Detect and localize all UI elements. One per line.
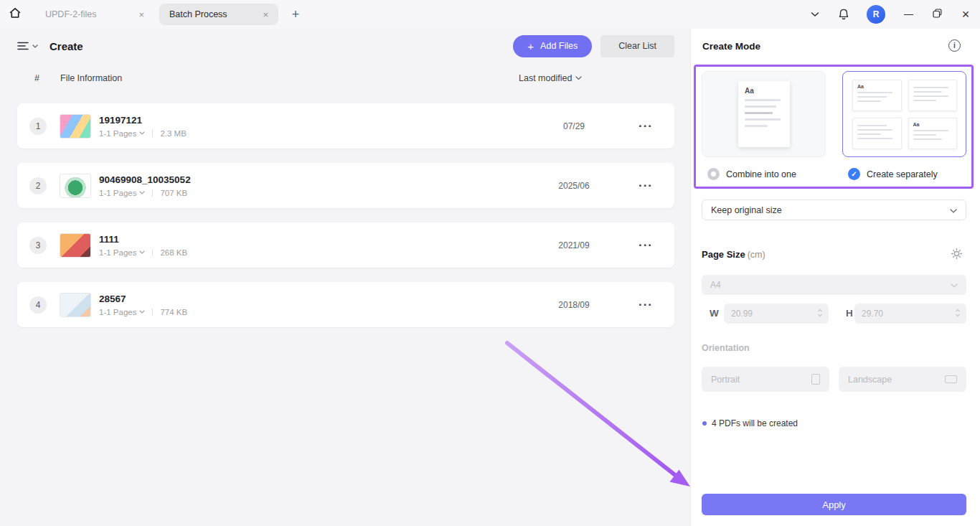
option-label: Combine into one (726, 169, 796, 179)
chevron-down-icon (139, 250, 145, 254)
file-thumbnail (60, 293, 91, 317)
chevron-down-icon (139, 191, 145, 194)
chevron-down-icon (950, 205, 957, 215)
annotation-highlight-box: Aa Aa Aa Combine into one ✓ Create separ… (694, 65, 974, 189)
status-message: 4 PDFs will be created (702, 418, 798, 428)
file-list-area: Create + Add Files Clear List # File Inf… (0, 29, 690, 526)
divider (152, 309, 153, 316)
page-size-label: Page Size(cm) (702, 249, 765, 260)
chevron-down-icon (139, 310, 145, 314)
combine-into-one-option[interactable]: Combine into one (707, 168, 796, 180)
document-preview: Aa (738, 81, 790, 147)
file-size: 707 KB (160, 189, 187, 197)
hamburger-icon (17, 42, 29, 50)
home-button[interactable] (0, 0, 30, 29)
file-row[interactable]: 3 1111 1-1 Pages 268 KB 2021/09 ··· (17, 222, 674, 268)
create-separately-option[interactable]: ✓ Create separately (848, 168, 938, 180)
portrait-page-icon (811, 374, 820, 385)
column-last-modified[interactable]: Last modified (519, 73, 582, 83)
last-modified-value: 07/29 (531, 121, 617, 131)
width-label: W (710, 308, 719, 319)
file-row[interactable]: 2 90469908_10035052 1-1 Pages 707 KB 202… (17, 163, 674, 208)
new-tab-button[interactable]: + (288, 7, 303, 22)
file-row[interactable]: 4 28567 1-1 Pages 774 KB 2018/09 ··· (17, 282, 674, 327)
file-row[interactable]: 1 19197121 1-1 Pages 2.3 MB 07/29 ··· (17, 103, 674, 149)
minimize-icon (904, 14, 913, 15)
tab-label: Batch Process (169, 9, 227, 19)
row-menu-button[interactable]: ··· (617, 179, 674, 193)
app-window: UPDF-2-files × Batch Process × + R × (0, 0, 980, 526)
file-size: 774 KB (160, 308, 187, 316)
add-files-button[interactable]: + Add Files (513, 35, 592, 57)
restore-icon (933, 8, 942, 21)
row-number-badge: 1 (29, 118, 47, 135)
pages-dropdown[interactable]: 1-1 Pages (99, 129, 145, 138)
row-number-badge: 3 (29, 237, 47, 254)
height-field-disabled: 29.70 (854, 304, 966, 324)
file-name: 28567 (99, 293, 187, 304)
close-window-button[interactable]: × (960, 8, 971, 21)
page-size-unit: (cm) (748, 250, 765, 260)
create-separately-card[interactable]: Aa Aa (842, 71, 966, 157)
panel-title: Create Mode (702, 41, 760, 52)
info-icon[interactable]: i (948, 39, 961, 52)
divider (152, 189, 153, 197)
pages-dropdown[interactable]: 1-1 Pages (99, 248, 145, 257)
restore-button[interactable] (931, 8, 943, 21)
divider (152, 130, 153, 137)
paper-size-select-disabled: A4 (702, 275, 966, 295)
apply-button[interactable]: Apply (702, 494, 966, 515)
tab-close-icon[interactable]: × (263, 10, 268, 19)
row-menu-button[interactable]: ··· (617, 298, 674, 312)
divider (152, 249, 153, 256)
chevron-down-icon (139, 131, 145, 135)
stepper-icon (817, 308, 823, 320)
file-name: 1111 (99, 234, 187, 245)
chevron-down-icon[interactable] (809, 11, 821, 17)
user-avatar[interactable]: R (867, 5, 885, 24)
status-dot-icon (702, 421, 707, 426)
file-name: 19197121 (99, 115, 187, 126)
stepper-icon (955, 308, 961, 320)
chevron-down-icon (575, 76, 582, 80)
documents-preview-grid: Aa Aa (852, 80, 957, 149)
radio-checked-icon[interactable]: ✓ (848, 168, 860, 180)
row-number-badge: 4 (29, 296, 47, 314)
file-thumbnail (60, 114, 91, 138)
menu-button[interactable] (17, 42, 38, 50)
pages-dropdown[interactable]: 1-1 Pages (99, 189, 145, 197)
create-mode-panel: Create Mode i Aa Aa Aa Combine into on (690, 29, 980, 526)
last-modified-value: 2018/09 (531, 300, 617, 310)
combine-into-one-card[interactable]: Aa (702, 71, 826, 157)
row-menu-button[interactable]: ··· (617, 238, 674, 253)
height-label: H (846, 308, 853, 319)
plus-icon: + (527, 41, 534, 52)
landscape-button-disabled: Landscape (839, 367, 966, 392)
last-modified-value: 2025/06 (531, 181, 617, 191)
tab-label: UPDF-2-files (45, 9, 97, 19)
notification-bell-icon[interactable] (838, 8, 849, 21)
size-mode-select[interactable]: Keep original size (702, 199, 966, 220)
orientation-label: Orientation (702, 343, 750, 353)
tab-batch-process[interactable]: Batch Process × (159, 4, 278, 25)
file-thumbnail (60, 233, 91, 258)
row-number-badge: 2 (29, 177, 47, 194)
add-files-label: Add Files (540, 41, 578, 51)
page-title: Create (50, 40, 83, 52)
table-header: # File Information Last modified (17, 73, 674, 86)
tab-updf-2-files[interactable]: UPDF-2-files × (35, 4, 154, 25)
radio-unchecked-icon[interactable] (707, 168, 720, 180)
file-name: 90469908_10035052 (99, 174, 191, 185)
clear-list-button[interactable]: Clear List (600, 35, 674, 57)
minimize-button[interactable] (903, 14, 914, 15)
home-icon (9, 6, 22, 22)
width-field-disabled: 20.99 (724, 304, 829, 324)
pages-dropdown[interactable]: 1-1 Pages (99, 308, 145, 316)
row-menu-button[interactable]: ··· (617, 119, 674, 133)
file-size: 2.3 MB (160, 129, 186, 138)
gear-icon[interactable] (951, 248, 963, 263)
column-index: # (34, 73, 39, 83)
tab-close-icon[interactable]: × (138, 10, 144, 19)
clear-list-label: Clear List (618, 41, 656, 51)
option-label: Create separately (867, 169, 938, 179)
